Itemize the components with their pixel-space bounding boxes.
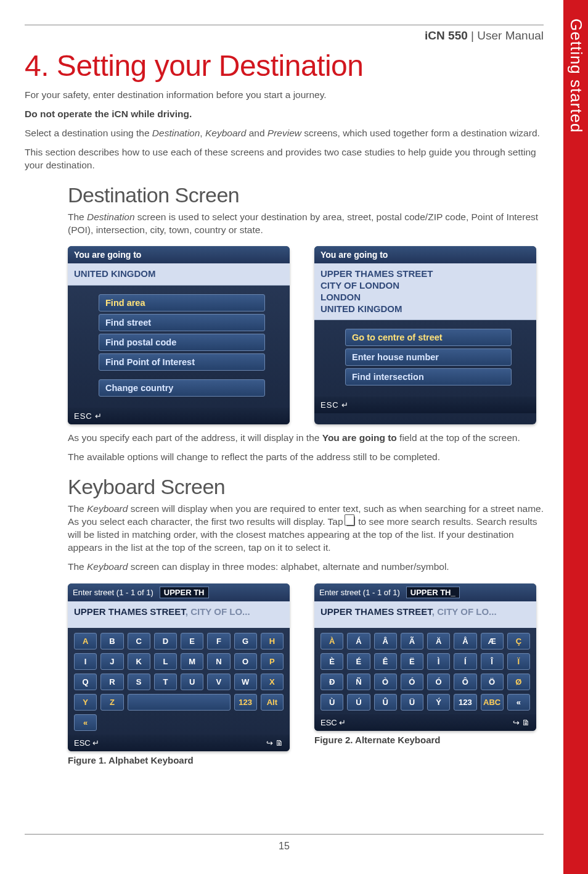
- header-rule: [25, 25, 544, 25]
- key[interactable]: J: [100, 653, 123, 670]
- esc-button[interactable]: ESC ↵: [321, 400, 349, 410]
- key[interactable]: Ú: [347, 694, 370, 711]
- result-strong[interactable]: UPPER THAMES STREET: [74, 606, 186, 617]
- key[interactable]: Ø: [507, 674, 530, 690]
- key[interactable]: W: [234, 674, 257, 690]
- key[interactable]: R: [100, 674, 123, 690]
- em-preview: Preview: [267, 128, 301, 138]
- key[interactable]: M: [181, 653, 203, 670]
- key[interactable]: Ì: [427, 653, 450, 670]
- key[interactable]: C: [128, 633, 150, 649]
- key[interactable]: B: [100, 633, 123, 649]
- entry-label: Enter street (1 - 1 of 1): [319, 588, 400, 597]
- key[interactable]: Ð: [321, 674, 343, 690]
- key[interactable]: Ö: [481, 674, 504, 690]
- key[interactable]: Z: [100, 694, 123, 711]
- key[interactable]: Ç: [507, 633, 530, 649]
- key-123[interactable]: 123: [234, 694, 257, 711]
- destination-p3: The available options will change to ref…: [68, 451, 544, 464]
- entry-field[interactable]: UPPER TH: [160, 587, 209, 598]
- esc-button[interactable]: ESC ↵: [74, 411, 102, 421]
- key[interactable]: Á: [347, 633, 370, 649]
- menu-item[interactable]: Find street: [99, 314, 265, 331]
- key[interactable]: T: [154, 674, 177, 690]
- keyboard-p2: The Keyboard screen can display in three…: [68, 561, 544, 574]
- screenshot-address: UPPER THAMES STREETCITY OF LONDONLONDONU…: [314, 263, 536, 320]
- key[interactable]: Y: [74, 694, 97, 711]
- key[interactable]: É: [347, 653, 370, 670]
- key[interactable]: Ý: [427, 694, 450, 711]
- key[interactable]: Ñ: [347, 674, 370, 690]
- key[interactable]: Ü: [401, 694, 423, 711]
- menu-item[interactable]: Go to centre of street: [345, 329, 512, 346]
- keyboard-screenshot-1: Enter street (1 - 1 of 1) UPPER TH UPPER…: [68, 583, 290, 751]
- key[interactable]: Ê: [374, 653, 397, 670]
- key[interactable]: «: [507, 694, 530, 711]
- key[interactable]: H: [261, 633, 284, 649]
- key[interactable]: A: [74, 633, 97, 649]
- key[interactable]: D: [154, 633, 177, 649]
- next-button[interactable]: ↪ 🗎: [266, 738, 284, 748]
- key[interactable]: Ë: [401, 653, 423, 670]
- key[interactable]: Ò: [374, 674, 397, 690]
- key[interactable]: E: [181, 633, 203, 649]
- key[interactable]: Ã: [401, 633, 423, 649]
- key[interactable]: L: [154, 653, 177, 670]
- esc-button[interactable]: ESC ↵: [321, 718, 346, 727]
- key[interactable]: Ï: [507, 653, 530, 670]
- destination-screenshot-1: You are going to UNITED KINGDOM Find are…: [68, 246, 290, 424]
- key-space[interactable]: [128, 694, 231, 711]
- t: screen can display in three modes: alpha…: [128, 561, 449, 572]
- screenshot-title-bar: You are going to: [314, 246, 536, 263]
- key[interactable]: Î: [481, 653, 504, 670]
- header: iCN 550 | User Manual: [25, 29, 544, 43]
- menu-item[interactable]: Find area: [99, 294, 265, 311]
- esc-button[interactable]: ESC ↵: [74, 738, 99, 748]
- key[interactable]: Í: [454, 653, 476, 670]
- key[interactable]: X: [261, 674, 284, 690]
- key-backspace[interactable]: «: [74, 714, 97, 731]
- key[interactable]: F: [207, 633, 230, 649]
- key[interactable]: À: [321, 633, 343, 649]
- key[interactable]: Æ: [481, 633, 504, 649]
- t: screen is used to select your destinatio…: [68, 212, 538, 235]
- key[interactable]: Å: [454, 633, 476, 649]
- key[interactable]: Q: [74, 674, 97, 690]
- key[interactable]: Â: [374, 633, 397, 649]
- page-title: 4. Setting your Destination: [25, 49, 544, 83]
- key[interactable]: I: [74, 653, 97, 670]
- t: The: [68, 503, 87, 514]
- page-number: 15: [279, 841, 290, 851]
- key[interactable]: P: [261, 653, 284, 670]
- menu-item[interactable]: Enter house number: [345, 348, 512, 366]
- entry-field[interactable]: UPPER TH_: [406, 587, 460, 598]
- key-alt[interactable]: Alt: [261, 694, 284, 711]
- key[interactable]: K: [128, 653, 150, 670]
- key[interactable]: U: [181, 674, 203, 690]
- menu-item[interactable]: Find intersection: [345, 368, 512, 385]
- keyboard-screenshot-2: Enter street (1 - 1 of 1) UPPER TH_ UPPE…: [314, 583, 536, 731]
- key[interactable]: Û: [374, 694, 397, 711]
- next-button[interactable]: ↪ 🗎: [513, 718, 530, 727]
- key[interactable]: Ô: [454, 674, 476, 690]
- key[interactable]: Ó: [427, 674, 450, 690]
- key[interactable]: O: [234, 653, 257, 670]
- result-strong[interactable]: UPPER THAMES STREET: [321, 606, 432, 617]
- key[interactable]: Ó: [401, 674, 423, 690]
- key[interactable]: 123: [454, 694, 476, 711]
- em-destination: Destination: [152, 128, 200, 138]
- bold-you-are-going-to: You are going to: [322, 432, 397, 443]
- key[interactable]: N: [207, 653, 230, 670]
- menu-item[interactable]: Find Point of Interest: [99, 353, 265, 371]
- screenshot-address: UNITED KINGDOM: [68, 263, 290, 286]
- key[interactable]: ABC: [481, 694, 504, 711]
- key[interactable]: G: [234, 633, 257, 649]
- menu-item[interactable]: Find postal code: [99, 334, 265, 351]
- key[interactable]: V: [207, 674, 230, 690]
- key[interactable]: È: [321, 653, 343, 670]
- key[interactable]: Ù: [321, 694, 343, 711]
- key[interactable]: S: [128, 674, 150, 690]
- menu-item[interactable]: Change country: [99, 379, 265, 397]
- key[interactable]: Ä: [427, 633, 450, 649]
- destination-p2: As you specify each part of the address,…: [68, 432, 544, 445]
